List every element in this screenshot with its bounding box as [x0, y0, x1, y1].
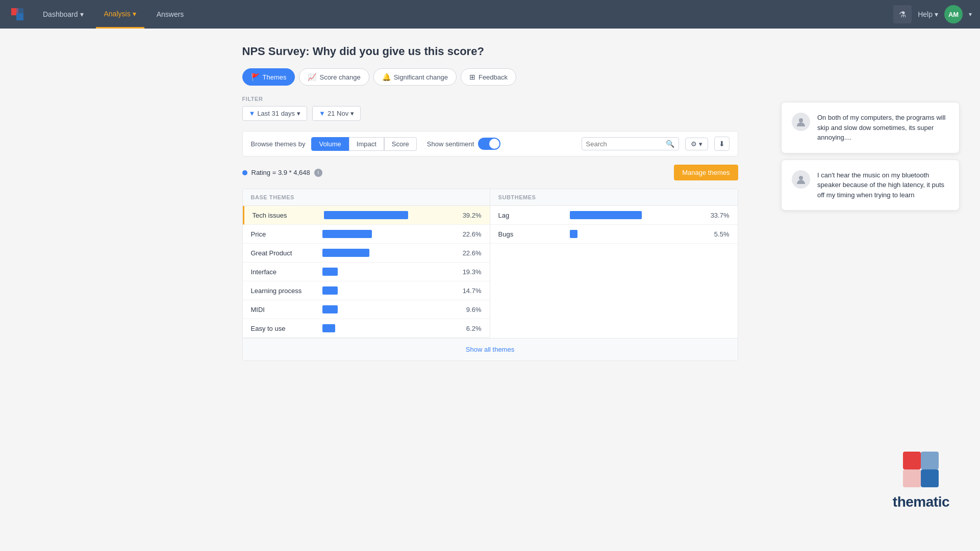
chevron-down-icon: ▾ [133, 10, 136, 18]
bell-icon: 🔔 [382, 73, 391, 81]
subtheme-row[interactable]: Bugs 5.5% [490, 225, 738, 244]
base-theme-row[interactable]: Learning process 14.7% [243, 281, 490, 300]
base-theme-row[interactable]: Price 22.6% [243, 225, 490, 244]
rating-text: Rating = 3.9 * 4,648 [252, 169, 310, 176]
svg-marker-3 [16, 8, 23, 15]
search-input[interactable] [586, 140, 663, 148]
nav-analysis[interactable]: Analysis ▾ [96, 0, 144, 29]
rating-dot [242, 170, 247, 175]
theme-bar [322, 249, 370, 257]
download-icon: ⬇ [719, 140, 725, 148]
user-avatar-1 [792, 113, 810, 131]
chevron-down-icon: ▾ [935, 10, 938, 18]
nav-answers[interactable]: Answers [148, 0, 192, 29]
tab-significant-change[interactable]: 🔔 Significant change [373, 68, 457, 86]
base-theme-row[interactable]: Great Product 22.6% [243, 244, 490, 263]
theme-bar-container [322, 249, 454, 257]
gear-icon: ⚙ [691, 140, 697, 148]
navbar: Dashboard ▾ Analysis ▾ Answers ⚗ Help ▾ … [0, 0, 980, 29]
tab-themes[interactable]: 🚩 Themes [242, 68, 295, 86]
theme-pct: 39.2% [459, 212, 482, 219]
theme-bar [324, 211, 408, 219]
browse-volume-btn[interactable]: Volume [311, 137, 348, 151]
base-theme-row[interactable]: MIDI 9.6% [243, 300, 490, 319]
manage-themes-btn[interactable]: Manage themes [674, 165, 738, 180]
chart-icon: 📈 [308, 73, 316, 81]
tab-feedback[interactable]: ⊞ Feedback [461, 68, 516, 86]
theme-bar [322, 230, 372, 238]
theme-bar-container [322, 268, 454, 276]
tab-bar: 🚩 Themes 📈 Score change 🔔 Significant ch… [242, 68, 738, 86]
theme-bar-container [322, 305, 454, 313]
theme-pct: 22.6% [459, 230, 482, 238]
app-logo [8, 5, 27, 23]
theme-bar [322, 286, 338, 295]
theme-name: Great Product [251, 249, 317, 257]
subthemes-panel: SUBTHEMES Lag 33.7% Bugs 5.5% [490, 189, 738, 338]
user-avatar-2 [792, 170, 810, 189]
base-theme-row[interactable]: Interface 19.3% [243, 263, 490, 281]
theme-name: Price [251, 230, 317, 238]
themes-grid: BASE THEMES Tech issues 39.2% Price 22.6… [243, 189, 738, 338]
help-menu[interactable]: Help ▾ [918, 10, 938, 18]
theme-bar-container [322, 286, 454, 295]
browse-score-btn[interactable]: Score [384, 137, 417, 151]
feedback-text-1: On both of my computers, the programs wi… [817, 113, 949, 143]
main-content: NPS Survey: Why did you give us this sco… [230, 29, 750, 377]
feedback-card-1: On both of my computers, the programs wi… [781, 102, 960, 153]
filter-row: ▼ Last 31 days ▾ ▼ 21 Nov ▾ [242, 106, 738, 121]
theme-pct: 14.7% [459, 287, 482, 295]
theme-pct: 22.6% [459, 249, 482, 257]
subtheme-bar-container [570, 211, 701, 219]
base-themes-rows: Tech issues 39.2% Price 22.6% Great Prod… [243, 206, 490, 338]
table-icon: ⊞ [469, 73, 475, 81]
subtheme-name: Lag [498, 212, 565, 219]
chevron-down-icon: ▾ [80, 10, 84, 18]
theme-pct: 19.3% [459, 268, 482, 276]
subtheme-row[interactable]: Lag 33.7% [490, 206, 738, 225]
nav-dashboard[interactable]: Dashboard ▾ [35, 0, 92, 29]
nav-right-section: ⚗ Help ▾ AM ▾ [893, 5, 972, 23]
theme-name: Easy to use [251, 325, 317, 332]
theme-bar-container [322, 230, 454, 238]
subtheme-bar [570, 230, 577, 238]
subthemes-rows: Lag 33.7% Bugs 5.5% [490, 206, 738, 244]
filter-label: FILTER [242, 96, 738, 102]
info-icon[interactable]: i [314, 169, 322, 177]
sentiment-toggle-section: Show sentiment [427, 138, 501, 150]
theme-name: MIDI [251, 306, 317, 313]
rating-row: Rating = 3.9 * 4,648 i Manage themes [242, 165, 738, 180]
chevron-down-icon: ▾ [297, 110, 300, 117]
base-themes-header: BASE THEMES [243, 189, 490, 206]
filter-chip-date[interactable]: ▼ 21 Nov ▾ [312, 106, 361, 121]
theme-name: Interface [251, 268, 317, 276]
theme-bar-container [324, 211, 454, 219]
subtheme-bar [570, 211, 642, 219]
browse-bar: Browse themes by Volume Impact Score Sho… [242, 131, 738, 156]
filter-chip-days[interactable]: ▼ Last 31 days ▾ [242, 106, 308, 121]
theme-name: Learning process [251, 287, 317, 295]
theme-bar [322, 305, 338, 313]
feedback-text-2: I can't hear the music on my bluetooth s… [817, 170, 949, 200]
sentiment-toggle[interactable] [478, 138, 500, 150]
toggle-knob [489, 139, 499, 149]
tab-score-change[interactable]: 📈 Score change [299, 68, 369, 86]
themes-table: BASE THEMES Tech issues 39.2% Price 22.6… [242, 189, 738, 361]
search-box: 🔍 [582, 137, 679, 150]
avatar[interactable]: AM [944, 5, 963, 23]
svg-point-4 [799, 118, 803, 122]
funnel-icon: ▼ [249, 110, 256, 117]
settings-btn[interactable]: ⚙ ▾ [685, 138, 708, 150]
theme-bar [322, 324, 336, 332]
subtheme-pct: 5.5% [707, 230, 730, 238]
subtheme-name: Bugs [498, 230, 565, 238]
browse-impact-btn[interactable]: Impact [349, 137, 384, 151]
avatar-dropdown-btn[interactable]: ▾ [969, 11, 972, 18]
svg-point-5 [799, 176, 803, 180]
theme-pct: 6.2% [459, 325, 482, 332]
beaker-icon-btn[interactable]: ⚗ [893, 5, 912, 23]
download-btn[interactable]: ⬇ [714, 137, 730, 151]
base-theme-row[interactable]: Tech issues 39.2% [243, 206, 490, 225]
base-theme-row[interactable]: Easy to use 6.2% [243, 319, 490, 338]
show-all-themes-btn[interactable]: Show all themes [243, 338, 738, 360]
